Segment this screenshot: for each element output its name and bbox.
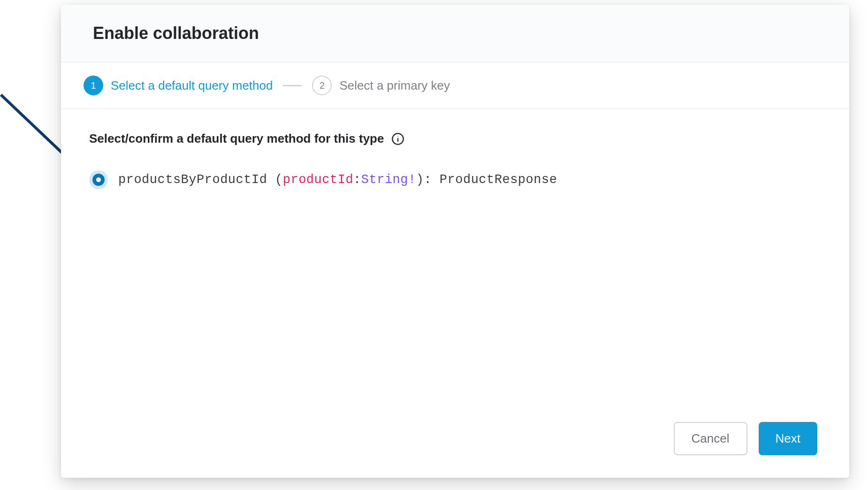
param-name: productId <box>283 173 353 187</box>
colon-2: : <box>424 173 432 187</box>
info-icon[interactable] <box>391 132 404 145</box>
step-2-badge: 2 <box>312 76 332 95</box>
step-1-badge: 1 <box>84 76 103 95</box>
step-1[interactable]: 1 Select a default query method <box>84 76 273 95</box>
param-type: String! <box>361 173 416 187</box>
paren-open: ( <box>275 173 283 187</box>
step-1-label: Select a default query method <box>111 78 273 93</box>
query-method-signature: productsByProductId (productId:String!):… <box>118 173 557 187</box>
enable-collaboration-modal: Enable collaboration 1 Select a default … <box>61 5 849 478</box>
paren-close: ) <box>416 173 424 187</box>
svg-point-4 <box>398 136 398 137</box>
modal-footer: Cancel Next <box>61 409 849 478</box>
query-method-option[interactable]: productsByProductId (productId:String!):… <box>89 170 821 189</box>
section-heading-row: Select/confirm a default query method fo… <box>89 131 821 146</box>
cancel-button[interactable]: Cancel <box>674 422 747 455</box>
colon-1: : <box>353 173 361 187</box>
modal-body: Select/confirm a default query method fo… <box>61 109 849 409</box>
return-type: ProductResponse <box>440 173 557 187</box>
modal-title: Enable collaboration <box>93 23 817 43</box>
section-heading: Select/confirm a default query method fo… <box>89 131 384 146</box>
radio-selected[interactable] <box>89 170 108 189</box>
step-2[interactable]: 2 Select a primary key <box>312 76 450 95</box>
next-button[interactable]: Next <box>759 422 817 455</box>
step-2-label: Select a primary key <box>339 78 450 93</box>
method-name: productsByProductId <box>118 173 267 187</box>
modal-header: Enable collaboration <box>61 5 849 62</box>
step-separator <box>283 85 302 86</box>
stepper: 1 Select a default query method 2 Select… <box>61 62 849 109</box>
